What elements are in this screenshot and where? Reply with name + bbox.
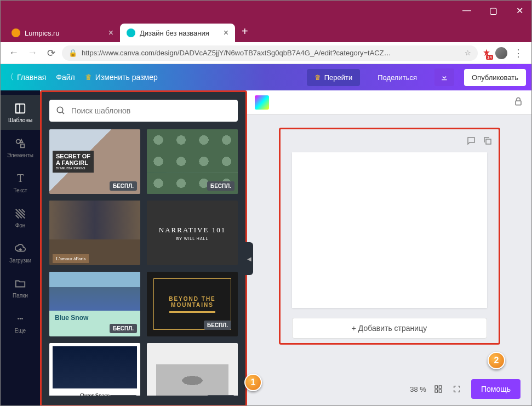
forward-button[interactable]: → — [25, 45, 40, 61]
tab-close-icon[interactable]: × — [224, 28, 228, 38]
search-input[interactable] — [71, 106, 231, 115]
svg-rect-9 — [435, 390, 438, 392]
tab-label: Lumpics.ru — [25, 29, 60, 37]
help-button[interactable]: Помощь — [471, 379, 520, 399]
window-maximize-button[interactable]: ▢ — [485, 3, 501, 18]
background-icon — [14, 207, 27, 220]
share-button[interactable]: Поделиться — [370, 69, 425, 86]
window-titlebar: — ▢ ✕ — [1, 1, 531, 20]
lock-icon: 🔒 — [68, 49, 77, 57]
app-toolbar: 〈 Главная Файл ♛ Изменить размер ♛ Перей… — [1, 64, 531, 90]
download-button[interactable] — [434, 68, 454, 86]
free-badge: БЕСПЛ. — [110, 181, 137, 191]
search-icon — [56, 106, 66, 116]
svg-rect-1 — [16, 104, 20, 113]
sidenav-more[interactable]: ••• Еще — [1, 305, 40, 340]
duplicate-icon[interactable] — [483, 136, 493, 148]
extension-badge: 14 — [486, 55, 493, 60]
tab-label: Дизайн без названия — [140, 29, 209, 37]
star-icon[interactable]: ☆ — [465, 49, 471, 57]
template-item[interactable]: BEYOND THE MOUNTAINS БЕСПЛ. — [147, 272, 238, 336]
window-close-button[interactable]: ✕ — [512, 3, 527, 18]
canvas-page[interactable] — [292, 152, 487, 308]
url-field[interactable]: 🔒 https://www.canva.com/design/DADVcAZ5j… — [62, 45, 478, 61]
svg-rect-7 — [435, 386, 438, 388]
download-icon — [440, 73, 449, 82]
crown-icon: ♛ — [85, 73, 92, 82]
side-nav: Шаблоны Элементы T Текст Фон Загрузки Па… — [1, 90, 40, 406]
template-item[interactable]: Blue Snow БЕСПЛ. — [49, 272, 140, 336]
add-page-button[interactable]: + Добавить страницу — [292, 318, 487, 339]
sidenav-background[interactable]: Фон — [1, 200, 40, 235]
new-tab-button[interactable]: + — [235, 25, 255, 38]
workspace: Шаблоны Элементы T Текст Фон Загрузки Па… — [1, 90, 531, 406]
template-item[interactable]: Outer Space БЕСПЛ. — [49, 343, 140, 396]
template-item[interactable]: L'amour àParis — [49, 201, 140, 265]
favicon-icon — [12, 28, 20, 37]
annotation-marker-2: 2 — [488, 352, 505, 369]
canvas-highlight: + Добавить страницу — [279, 128, 500, 345]
back-button[interactable]: ← — [6, 45, 21, 61]
publish-button[interactable]: Опубликовать — [464, 69, 526, 86]
sidenav-elements[interactable]: Элементы — [1, 130, 40, 165]
template-item[interactable]: NARRATIVE 101 BY WILL HALL — [147, 201, 238, 265]
free-badge: БЕСПЛ. — [204, 321, 231, 330]
svg-rect-8 — [439, 386, 442, 388]
more-icon: ••• — [14, 312, 27, 325]
profile-avatar[interactable] — [495, 47, 507, 59]
menu-button[interactable]: ⋮ — [511, 45, 526, 61]
template-item[interactable]: БЕСПЛ. — [147, 343, 238, 396]
template-item[interactable]: SECRET OFA FANGIRLBY MELISSA HOPKINS БЕС… — [49, 129, 140, 194]
free-badge: БЕСПЛ. — [110, 395, 137, 396]
templates-icon — [14, 102, 27, 115]
annotation-marker-1: 1 — [244, 374, 262, 391]
file-menu[interactable]: Файл — [56, 73, 75, 82]
folder-icon — [14, 277, 27, 290]
crown-icon: ♛ — [314, 73, 321, 82]
free-badge: БЕСПЛ. — [110, 324, 137, 333]
color-picker-button[interactable] — [255, 95, 269, 110]
resize-menu[interactable]: ♛ Изменить размер — [85, 73, 158, 82]
elements-icon — [14, 137, 27, 150]
canvas-toolstrip — [247, 90, 531, 115]
template-grid: SECRET OFA FANGIRLBY MELISSA HOPKINS БЕС… — [42, 129, 245, 396]
templates-panel: SECRET OFA FANGIRLBY MELISSA HOPKINS БЕС… — [40, 90, 247, 406]
svg-rect-3 — [21, 144, 24, 147]
upgrade-button[interactable]: ♛ Перейти — [307, 69, 361, 86]
browser-address-bar: ← → ⟳ 🔒 https://www.canva.com/design/DAD… — [1, 42, 531, 64]
free-badge: БЕСПЛ. — [207, 395, 234, 396]
zoom-controls: 38 % Помощь — [410, 379, 520, 399]
free-badge: БЕСПЛ. — [207, 181, 234, 191]
svg-rect-10 — [439, 390, 442, 392]
comment-icon[interactable] — [466, 136, 476, 148]
grid-view-icon[interactable] — [432, 382, 445, 396]
uploads-icon — [14, 242, 27, 255]
template-item[interactable]: БЕСПЛ. — [147, 129, 238, 194]
sidenav-text[interactable]: T Текст — [1, 165, 40, 200]
svg-point-4 — [57, 107, 63, 113]
svg-rect-6 — [486, 139, 491, 144]
fullscreen-icon[interactable] — [450, 382, 464, 396]
reload-button[interactable]: ⟳ — [43, 45, 59, 61]
extension-icon[interactable]: 14 — [481, 48, 492, 59]
tab-close-icon[interactable]: × — [108, 28, 113, 38]
chevron-left-icon: 〈 — [6, 72, 14, 82]
lock-icon[interactable] — [513, 96, 524, 109]
template-search[interactable] — [49, 100, 238, 122]
text-icon: T — [14, 172, 27, 185]
sidenav-uploads[interactable]: Загрузки — [1, 235, 40, 270]
url-text: https://www.canva.com/design/DADVcAZ5jjY… — [82, 49, 460, 57]
browser-tabstrip: Lumpics.ru × Дизайн без названия × + — [1, 20, 531, 42]
zoom-value[interactable]: 38 % — [410, 385, 426, 393]
browser-tab-inactive[interactable]: Lumpics.ru × — [5, 24, 120, 42]
sidenav-folders[interactable]: Папки — [1, 270, 40, 305]
svg-rect-5 — [516, 101, 521, 105]
window-minimize-button[interactable]: — — [459, 3, 474, 18]
favicon-icon — [127, 28, 135, 37]
sidenav-templates[interactable]: Шаблоны — [1, 95, 40, 130]
browser-tab-active[interactable]: Дизайн без названия × — [120, 24, 235, 42]
home-button[interactable]: 〈 Главная — [6, 72, 46, 82]
